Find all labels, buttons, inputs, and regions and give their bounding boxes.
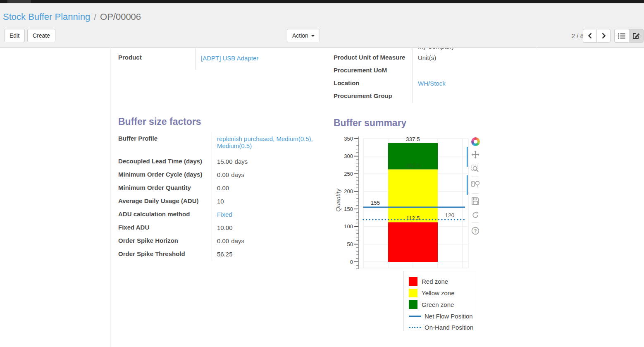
svg-text:350: 350 (344, 136, 353, 142)
net-flow-line-swatch (409, 316, 421, 317)
pan-button[interactable] (470, 150, 481, 160)
product-uom-label: Product Unit of Measure (334, 51, 413, 64)
form-view-button[interactable] (629, 29, 644, 43)
zoom-button[interactable] (470, 164, 481, 174)
legend-label: Green zone (422, 301, 454, 308)
days-suffix: days (235, 158, 248, 165)
modebar-active-indicator (467, 175, 468, 195)
legend-item-green-zone[interactable]: Green zone (409, 300, 454, 309)
plotly-logo-icon (471, 137, 480, 146)
location-value-link[interactable]: WH/Stock (418, 80, 446, 87)
adu-method-label: ADU calculation method (118, 208, 212, 221)
action-dropdown-button[interactable]: Action (287, 29, 320, 42)
help-button[interactable]: ? (470, 226, 481, 236)
buffer-summary-heading: Buffer summary (334, 118, 406, 128)
page: { "header": { "breadcrumb": {"section": … (0, 0, 644, 347)
legend-item-net-flow[interactable]: Net Flow Position (409, 311, 473, 321)
form-sheet: Product [ADPT] USB Adapter My Company Pr… (110, 48, 536, 347)
company-partial-value: My Company (413, 48, 535, 51)
chevron-left-icon (588, 33, 592, 39)
action-label: Action (292, 32, 308, 39)
legend-item-on-hand[interactable]: On-Hand Position (409, 323, 473, 332)
procurement-group-label: Procurement Group (334, 90, 413, 103)
legend-label: On-Hand Position (425, 324, 473, 331)
svg-text:250: 250 (344, 171, 353, 177)
buffer-factors-group: Buffer Profile replenish purchased, Medi… (118, 132, 316, 261)
list-icon (618, 33, 625, 39)
modebar-separator (472, 177, 479, 177)
save-button[interactable] (470, 196, 481, 206)
svg-text:?: ? (474, 228, 477, 233)
buffer-profile-value-link[interactable]: replenish purchased, Medium(0.5), Medium… (217, 135, 313, 149)
buffer-profile-label: Buffer Profile (118, 132, 212, 155)
compare-hover-icon (471, 181, 480, 188)
zoom-box-icon (471, 165, 479, 173)
decoupled-lead-time-label: Decoupled Lead Time (days) (118, 155, 212, 168)
min-order-cycle-value: 0.00 (217, 171, 229, 178)
adu-value: 10 (212, 195, 316, 208)
days-suffix: days (231, 171, 244, 178)
legend-item-yellow-zone[interactable]: Yellow zone (409, 288, 455, 297)
view-switcher (614, 29, 644, 43)
order-spike-threshold-label: Order Spike Threshold (118, 248, 212, 261)
top-menu-strip (0, 0, 644, 3)
green-zone-swatch (409, 300, 417, 309)
fixed-adu-label: Fixed ADU (118, 221, 212, 235)
adu-label: Average Daily Usage (ADU) (118, 195, 212, 208)
svg-text:300: 300 (344, 153, 353, 159)
buffer-summary-chart[interactable]: 112.5262.5337.5350300250200150100500Quan… (334, 136, 484, 274)
reset-axes-button[interactable] (470, 210, 481, 220)
list-view-button[interactable] (614, 29, 629, 43)
pan-icon (471, 151, 479, 159)
modebar-separator (472, 223, 479, 223)
svg-text:337.5: 337.5 (406, 136, 420, 142)
edit-form-icon (632, 32, 640, 39)
create-button[interactable]: Create (27, 29, 55, 42)
spacer (334, 48, 413, 51)
chart-legend: Red zone Yellow zone Green zone Net Flow… (403, 271, 476, 331)
edit-button[interactable]: Edit (4, 29, 25, 42)
control-panel: Stock Buffer Planning/OP/00006 Edit Crea… (0, 3, 644, 48)
reset-axes-icon (471, 211, 479, 219)
days-suffix: days (231, 237, 244, 244)
svg-text:112.5: 112.5 (406, 215, 420, 221)
legend-label: Net Flow Position (425, 313, 473, 320)
record-pager (583, 29, 611, 43)
svg-text:120: 120 (445, 212, 455, 218)
svg-text:262.5: 262.5 (406, 163, 420, 169)
breadcrumb-section-link[interactable]: Stock Buffer Planning (3, 12, 90, 22)
next-record-button[interactable] (596, 29, 611, 43)
red-zone-swatch (409, 277, 417, 286)
svg-text:100: 100 (344, 223, 353, 230)
save-icon (471, 197, 479, 205)
product-group: Product [ADPT] USB Adapter (118, 48, 315, 70)
top-menu-strip-segment (7, 0, 31, 3)
location-label: Location (334, 77, 413, 90)
product-uom-value: Unit(s) (413, 51, 535, 64)
svg-text:0: 0 (350, 259, 353, 265)
product-label: Product (118, 48, 196, 70)
min-order-quantity-label: Minimum Order Quantity (118, 182, 212, 195)
help-icon: ? (471, 227, 479, 235)
procurement-group-value (413, 90, 535, 103)
chart-plot-area[interactable]: 112.5262.5337.5350300250200150100500Quan… (334, 136, 484, 274)
decoupled-lead-time-value: 15.00 (217, 158, 233, 165)
procurement-uom-value (413, 64, 535, 77)
fixed-adu-value: 10.00 (212, 221, 316, 235)
breadcrumb-record: OP/00006 (100, 12, 141, 22)
legend-label: Red zone (422, 278, 448, 285)
compare-hover-button[interactable] (470, 179, 481, 189)
buffer-size-factors-heading: Buffer size factors (118, 117, 201, 127)
plotly-logo-button[interactable] (470, 136, 481, 146)
previous-record-button[interactable] (583, 29, 597, 43)
yellow-zone-swatch (409, 289, 417, 297)
legend-item-red-zone[interactable]: Red zone (409, 277, 448, 286)
order-spike-horizon-value: 0.00 (217, 237, 229, 244)
product-value-link[interactable]: [ADPT] USB Adapter (201, 55, 258, 62)
legend-label: Yellow zone (422, 290, 455, 297)
svg-text:200: 200 (344, 188, 353, 194)
adu-method-value-link[interactable]: Fixed (217, 211, 232, 218)
pager-count[interactable]: 2 / 8 (565, 32, 584, 39)
modebar-active-indicator (467, 147, 468, 167)
svg-text:150: 150 (344, 206, 353, 212)
